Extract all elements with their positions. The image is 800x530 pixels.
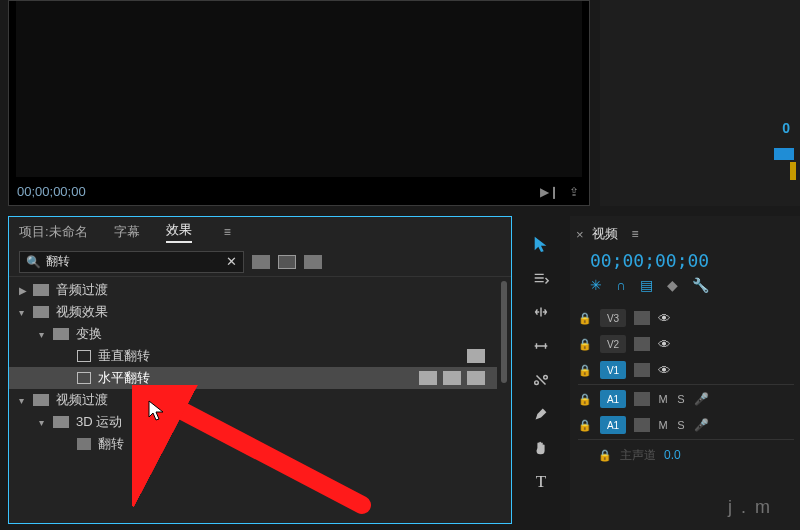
32bit-effects-icon[interactable]	[278, 255, 296, 269]
effects-search-box[interactable]: 🔍 ✕	[19, 251, 244, 273]
track-v3[interactable]: 🔒 V3 👁	[578, 305, 794, 331]
playhead-marker[interactable]	[790, 162, 796, 180]
chevron-down-icon: ▾	[39, 329, 53, 340]
track-label[interactable]: A1	[600, 416, 626, 434]
track-label[interactable]: V3	[600, 309, 626, 327]
tree-item-flip[interactable]: 翻转	[9, 433, 497, 455]
tree-label: 3D 运动	[76, 413, 122, 431]
track-a1[interactable]: 🔒 A1 M S 🎤	[578, 386, 794, 412]
preset-icon	[77, 372, 91, 384]
tree-folder-3d-motion[interactable]: ▾ 3D 运动	[9, 411, 497, 433]
32bit-badge-icon	[443, 371, 461, 385]
hand-tool[interactable]	[531, 438, 551, 458]
tab-captions[interactable]: 字幕	[114, 223, 140, 241]
effects-search-row: 🔍 ✕	[9, 247, 511, 277]
type-tool[interactable]: T	[531, 472, 551, 492]
voiceover-icon[interactable]: 🎤	[694, 392, 709, 406]
chevron-down-icon: ▾	[19, 395, 33, 406]
tab-project[interactable]: 项目:未命名	[19, 223, 88, 241]
chevron-right-icon: ▶	[19, 285, 33, 296]
track-headers: 🔒 V3 👁 🔒 V2 👁 🔒 V1 👁 🔒 A1 M S 🎤 🔒	[578, 305, 794, 466]
track-toggle[interactable]	[634, 337, 650, 351]
tree-item-vertical-flip[interactable]: 垂直翻转	[9, 345, 497, 367]
eye-icon[interactable]: 👁	[658, 337, 671, 352]
solo-toggle[interactable]: S	[676, 393, 686, 405]
tree-label: 水平翻转	[98, 369, 150, 387]
master-label: 主声道	[620, 447, 656, 464]
in-out-marker[interactable]	[774, 148, 794, 160]
tree-folder-video-transitions[interactable]: ▾ 视频过渡	[9, 389, 497, 411]
track-v1[interactable]: 🔒 V1 👁	[578, 357, 794, 383]
watermark: j . m	[728, 497, 772, 518]
yuv-effects-icon[interactable]	[304, 255, 322, 269]
selection-tool[interactable]	[531, 234, 551, 254]
tree-label: 变换	[76, 325, 102, 343]
play-icon[interactable]: ▶❙	[540, 185, 559, 199]
ripple-edit-tool[interactable]	[531, 302, 551, 322]
magnet-icon[interactable]: ∩	[616, 277, 626, 293]
lock-icon[interactable]: 🔒	[598, 449, 612, 462]
track-toggle[interactable]	[634, 392, 650, 406]
eye-icon[interactable]: 👁	[658, 311, 671, 326]
right-top-panel: 0	[600, 0, 800, 206]
clear-search-icon[interactable]: ✕	[226, 254, 237, 269]
track-v2[interactable]: 🔒 V2 👁	[578, 331, 794, 357]
program-monitor-canvas[interactable]	[16, 1, 582, 177]
tree-label: 视频效果	[56, 303, 108, 321]
tree-folder-video-effects[interactable]: ▾ 视频效果	[9, 301, 497, 323]
markers-icon[interactable]: ◆	[667, 277, 678, 293]
track-toggle[interactable]	[634, 418, 650, 432]
effects-search-input[interactable]	[46, 255, 226, 269]
tree-label: 翻转	[98, 435, 124, 453]
panel-menu-icon[interactable]: ≡	[224, 225, 231, 239]
tree-label: 音频过渡	[56, 281, 108, 299]
lock-icon[interactable]: 🔒	[578, 312, 592, 325]
settings-icon[interactable]: 🔧	[692, 277, 709, 293]
lock-icon[interactable]: 🔒	[578, 419, 592, 432]
solo-toggle[interactable]: S	[676, 419, 686, 431]
chevron-down-icon: ▾	[19, 307, 33, 318]
effect-badges	[467, 349, 485, 363]
timeline-footer: 🔒 主声道 0.0	[578, 444, 794, 466]
tree-folder-audio-transitions[interactable]: ▶ 音频过渡	[9, 279, 497, 301]
linked-selection-icon[interactable]: ▤	[640, 277, 653, 293]
folder-icon	[53, 328, 69, 340]
folder-icon	[53, 416, 69, 428]
tab-effects[interactable]: 效果	[166, 221, 192, 243]
tree-folder-transform[interactable]: ▾ 变换	[9, 323, 497, 345]
eye-icon[interactable]: 👁	[658, 363, 671, 378]
chevron-down-icon: ▾	[39, 417, 53, 428]
close-panel-icon[interactable]: ×	[576, 227, 584, 242]
mute-toggle[interactable]: M	[658, 419, 668, 431]
rate-stretch-tool[interactable]	[531, 336, 551, 356]
voiceover-icon[interactable]: 🎤	[694, 418, 709, 432]
tree-item-horizontal-flip[interactable]: 水平翻转	[9, 367, 497, 389]
track-toggle[interactable]	[634, 363, 650, 377]
snap-icon[interactable]: ✳	[590, 277, 602, 293]
panel-menu-icon[interactable]: ≡	[632, 227, 639, 241]
accelerated-effects-icon[interactable]	[252, 255, 270, 269]
mute-toggle[interactable]: M	[658, 393, 668, 405]
pen-tool[interactable]	[531, 404, 551, 424]
program-monitor: 00;00;00;00 ▶❙ ⇪	[8, 0, 590, 206]
tool-palette: T	[524, 216, 558, 492]
track-a2[interactable]: 🔒 A1 M S 🎤	[578, 412, 794, 438]
lock-icon[interactable]: 🔒	[578, 364, 592, 377]
track-label[interactable]: V1	[600, 361, 626, 379]
accelerated-badge-icon	[419, 371, 437, 385]
lock-icon[interactable]: 🔒	[578, 338, 592, 351]
razor-tool[interactable]	[531, 370, 551, 390]
lock-icon[interactable]: 🔒	[578, 393, 592, 406]
preset-icon	[77, 350, 91, 362]
timeline-timecode[interactable]: 00;00;00;00	[590, 250, 794, 271]
export-frame-icon[interactable]: ⇪	[569, 185, 579, 199]
master-value[interactable]: 0.0	[664, 448, 681, 462]
track-select-tool[interactable]	[531, 268, 551, 288]
track-label[interactable]: V2	[600, 335, 626, 353]
scrollbar-thumb[interactable]	[501, 281, 507, 383]
track-label[interactable]: A1	[600, 390, 626, 408]
program-timecode[interactable]: 00;00;00;00	[17, 184, 86, 199]
track-toggle[interactable]	[634, 311, 650, 325]
search-icon: 🔍	[26, 255, 41, 269]
effects-tree[interactable]: ▶ 音频过渡 ▾ 视频效果 ▾ 变换 垂直翻转 水平翻转	[9, 279, 497, 523]
